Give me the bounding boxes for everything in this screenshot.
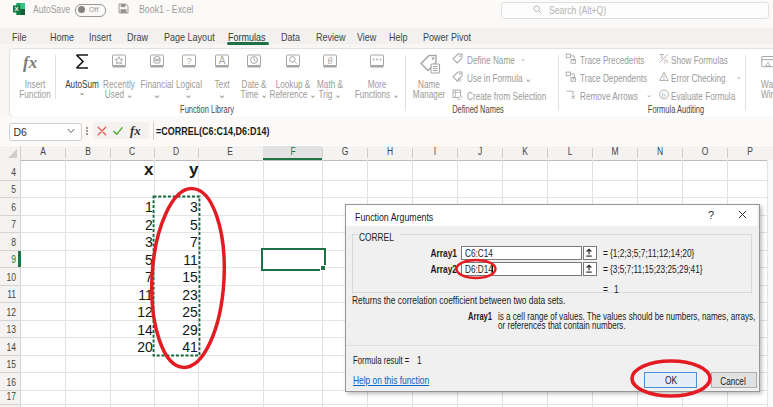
svg-text:θ: θ xyxy=(328,55,333,66)
svg-text:fx: fx xyxy=(661,92,666,98)
svg-text:?: ? xyxy=(186,56,191,66)
svg-text:A: A xyxy=(219,55,226,66)
svg-text:X: X xyxy=(14,6,18,12)
svg-text:fx: fx xyxy=(664,58,669,64)
svg-text:fx: fx xyxy=(458,77,463,82)
